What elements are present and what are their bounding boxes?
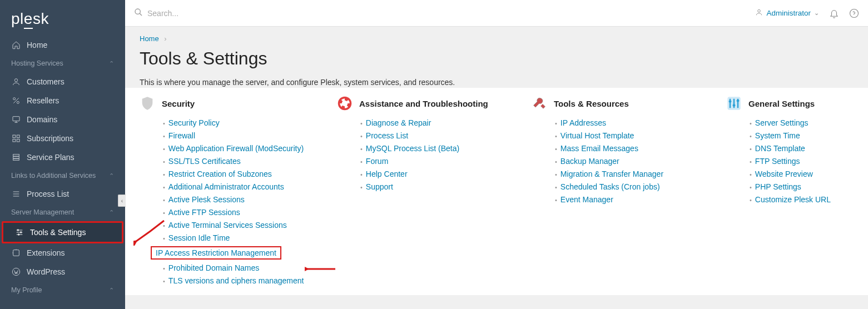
setting-link[interactable]: DNS Template — [755, 144, 805, 153]
setting-link[interactable]: TLS versions and ciphers management — [168, 276, 304, 285]
sidebar: plesk Home Hosting Services ⌃ Customers … — [0, 0, 125, 309]
setting-link[interactable]: Help Center — [366, 170, 408, 178]
sliders-icon — [14, 227, 24, 237]
setting-link[interactable]: Backup Manager — [561, 157, 619, 166]
svg-rect-5 — [17, 135, 19, 138]
link-list-item: •Support — [360, 181, 504, 193]
sidebar-item-home[interactable]: Home — [0, 36, 125, 54]
bullet: • — [163, 265, 165, 272]
bullet: • — [750, 171, 752, 178]
sidebar-group-profile[interactable]: My Profile ⌃ — [0, 281, 125, 299]
setting-link[interactable]: Firewall — [168, 131, 195, 140]
sidebar-item-subscriptions[interactable]: Subscriptions — [0, 129, 125, 148]
setting-link[interactable]: Forum — [366, 157, 388, 166]
svg-point-2 — [17, 101, 19, 103]
link-list-item: •• IP Access Restriction Management — [163, 245, 309, 262]
sidebar-item-customers[interactable]: Customers — [0, 72, 125, 91]
percent-icon — [11, 96, 21, 106]
sliders-settings-icon — [726, 96, 742, 111]
setting-link[interactable]: Session Idle Time — [168, 233, 230, 242]
search-input[interactable] — [147, 9, 314, 18]
setting-link[interactable]: Additional Administrator Accounts — [168, 182, 284, 191]
layers-icon — [11, 152, 21, 162]
bullet: • — [750, 146, 752, 152]
plesk-logo[interactable]: plesk — [0, 0, 125, 36]
puzzle-icon — [11, 248, 21, 258]
page-title: Tools & Settings — [125, 46, 868, 74]
bell-icon[interactable] — [829, 8, 839, 18]
setting-link[interactable]: SSL/TLS Certificates — [168, 157, 241, 166]
bullet: • — [163, 146, 165, 152]
sidebar-item-tools-settings[interactable]: Tools & Settings — [3, 223, 122, 242]
setting-link[interactable]: Migration & Transfer Manager — [561, 170, 663, 178]
setting-link[interactable]: Mass Email Messages — [561, 144, 638, 153]
section-general: General Settings •Server Settings•System… — [726, 96, 868, 287]
link-list-item: •Server Settings — [750, 117, 868, 129]
svg-point-11 — [17, 230, 19, 231]
sidebar-collapse-button[interactable]: ‹ — [118, 195, 126, 207]
sidebar-item-label: Extensions — [27, 248, 65, 257]
setting-link[interactable]: • IP Access Restriction Management — [151, 246, 281, 260]
section-title: Security — [162, 99, 195, 108]
sidebar-item-label: Service Plans — [27, 153, 75, 162]
setting-link[interactable]: System Time — [755, 131, 800, 140]
setting-link[interactable]: Support — [366, 182, 393, 191]
setting-link[interactable]: Website Preview — [755, 170, 813, 178]
setting-link[interactable]: PHP Settings — [755, 182, 801, 191]
section-assistance: Assistance and Troubleshooting •Diagnose… — [337, 96, 504, 287]
breadcrumb-link[interactable]: Home — [140, 34, 159, 43]
chevron-up-icon: ⌃ — [109, 60, 114, 67]
setting-link[interactable]: Diagnose & Repair — [366, 118, 431, 127]
svg-rect-4 — [13, 135, 16, 138]
setting-link[interactable]: Process List — [366, 131, 408, 140]
setting-link[interactable]: Prohibited Domain Names — [168, 263, 259, 272]
list-icon — [11, 189, 21, 199]
sidebar-group-links[interactable]: Links to Additional Services ⌃ — [0, 167, 125, 185]
setting-link[interactable]: IP Addresses — [561, 118, 606, 127]
bullet: • — [360, 120, 363, 127]
link-list-item: •Session Idle Time — [163, 232, 309, 245]
sidebar-item-label: Subscriptions — [27, 134, 73, 143]
setting-link[interactable]: FTP Settings — [755, 157, 800, 166]
setting-link[interactable]: MySQL Process List (Beta) — [366, 144, 459, 153]
sidebar-item-process-list[interactable]: Process List — [0, 185, 125, 203]
wrench-icon — [532, 96, 547, 111]
setting-link[interactable]: Security Policy — [168, 118, 220, 127]
svg-point-23 — [737, 99, 740, 102]
link-list-item: •IP Addresses — [555, 117, 698, 129]
link-list-item: •Mass Email Messages — [555, 142, 698, 155]
sidebar-item-wordpress[interactable]: WordPress — [0, 262, 125, 281]
sidebar-item-label: Domains — [27, 115, 57, 124]
setting-link[interactable]: Customize Plesk URL — [755, 195, 831, 204]
sidebar-item-extensions[interactable]: Extensions — [0, 243, 125, 262]
sidebar-group-hosting[interactable]: Hosting Services ⌃ — [0, 54, 125, 72]
help-icon[interactable] — [849, 8, 859, 18]
setting-link[interactable]: Event Manager — [561, 195, 613, 204]
setting-link[interactable]: Server Settings — [755, 118, 809, 127]
sidebar-item-resellers[interactable]: Resellers — [0, 91, 125, 110]
sidebar-item-service-plans[interactable]: Service Plans — [0, 148, 125, 167]
bullet: • — [163, 120, 165, 127]
setting-link[interactable]: Active Plesk Sessions — [168, 195, 245, 204]
bullet: • — [163, 133, 165, 139]
user-menu[interactable]: Administrator ⌄ — [755, 8, 819, 18]
bullet: • — [555, 158, 557, 165]
setting-link[interactable]: Virtual Host Template — [561, 131, 634, 140]
monitor-icon — [11, 114, 21, 124]
sidebar-group-server[interactable]: Server Management ⌃ — [0, 203, 125, 221]
link-list-item: •Backup Manager — [555, 155, 698, 168]
highlight-annotation: Tools & Settings — [2, 221, 123, 243]
sidebar-item-label: Customers — [27, 77, 65, 86]
svg-point-22 — [733, 104, 736, 107]
section-security: Security •Security Policy•Firewall•Web A… — [140, 96, 309, 287]
link-list-item: •Event Manager — [555, 193, 698, 206]
svg-rect-9 — [13, 157, 19, 158]
breadcrumb: Home › — [125, 27, 868, 46]
setting-link[interactable]: Active Terminal Services Sessions — [168, 221, 287, 230]
setting-link[interactable]: Web Application Firewall (ModSecurity) — [168, 144, 304, 153]
sidebar-group-label: My Profile — [11, 286, 42, 294]
sidebar-item-domains[interactable]: Domains — [0, 110, 125, 129]
setting-link[interactable]: Active FTP Sessions — [168, 208, 240, 217]
setting-link[interactable]: Scheduled Tasks (Cron jobs) — [561, 182, 660, 191]
setting-link[interactable]: Restrict Creation of Subzones — [168, 170, 272, 178]
